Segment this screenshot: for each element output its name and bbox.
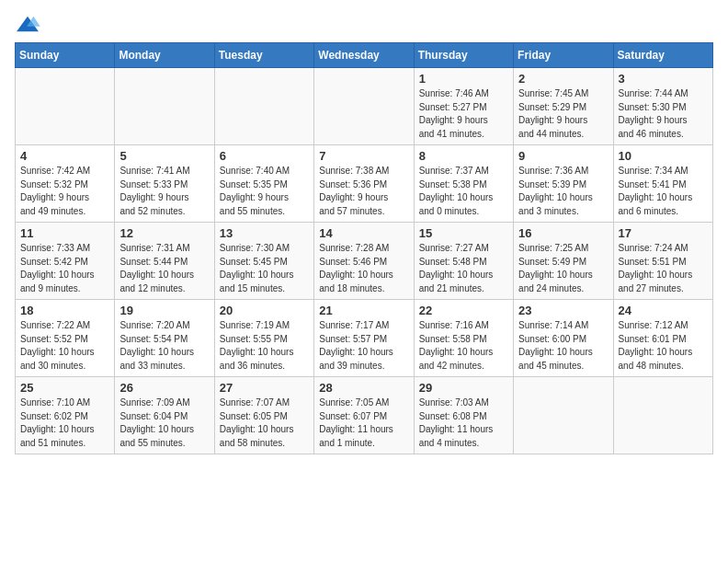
day-number: 6: [220, 149, 309, 163]
day-number: 15: [419, 226, 508, 240]
calendar-cell: 9Sunrise: 7:36 AM Sunset: 5:39 PM Daylig…: [514, 145, 613, 223]
weekday-header: Monday: [115, 43, 214, 68]
weekday-header: Friday: [514, 43, 613, 68]
day-info: Sunrise: 7:44 AM Sunset: 5:30 PM Dayligh…: [619, 87, 708, 141]
calendar-cell: 18Sunrise: 7:22 AM Sunset: 5:52 PM Dayli…: [16, 300, 115, 377]
calendar-cell: 4Sunrise: 7:42 AM Sunset: 5:32 PM Daylig…: [16, 145, 115, 223]
calendar-cell: [514, 377, 613, 454]
day-info: Sunrise: 7:36 AM Sunset: 5:39 PM Dayligh…: [518, 165, 608, 218]
day-number: 13: [220, 226, 309, 240]
calendar-cell: 6Sunrise: 7:40 AM Sunset: 5:35 PM Daylig…: [214, 145, 313, 223]
calendar-week-row: 25Sunrise: 7:10 AM Sunset: 6:02 PM Dayli…: [16, 377, 713, 454]
calendar-cell: 5Sunrise: 7:41 AM Sunset: 5:33 PM Daylig…: [115, 145, 214, 223]
calendar-table: SundayMondayTuesdayWednesdayThursdayFrid…: [15, 42, 713, 454]
day-info: Sunrise: 7:22 AM Sunset: 5:52 PM Dayligh…: [20, 319, 109, 373]
calendar-cell: 25Sunrise: 7:10 AM Sunset: 6:02 PM Dayli…: [16, 377, 115, 454]
day-number: 3: [619, 72, 708, 86]
day-number: 26: [119, 381, 209, 395]
day-info: Sunrise: 7:24 AM Sunset: 5:51 PM Dayligh…: [619, 242, 708, 295]
day-number: 16: [518, 226, 608, 240]
calendar-cell: 27Sunrise: 7:07 AM Sunset: 6:05 PM Dayli…: [214, 377, 313, 454]
calendar-cell: 23Sunrise: 7:14 AM Sunset: 6:00 PM Dayli…: [514, 300, 613, 377]
calendar-cell: 17Sunrise: 7:24 AM Sunset: 5:51 PM Dayli…: [613, 223, 712, 300]
day-info: Sunrise: 7:03 AM Sunset: 6:08 PM Dayligh…: [419, 396, 508, 450]
calendar-cell: 20Sunrise: 7:19 AM Sunset: 5:55 PM Dayli…: [214, 300, 313, 377]
day-info: Sunrise: 7:46 AM Sunset: 5:27 PM Dayligh…: [419, 87, 508, 141]
calendar-cell: [214, 68, 313, 145]
day-number: 17: [619, 226, 708, 240]
day-number: 21: [319, 304, 408, 317]
day-number: 29: [419, 381, 508, 395]
weekday-header: Wednesday: [314, 43, 414, 68]
calendar-cell: [16, 68, 115, 145]
day-info: Sunrise: 7:37 AM Sunset: 5:38 PM Dayligh…: [419, 165, 508, 218]
day-info: Sunrise: 7:12 AM Sunset: 6:01 PM Dayligh…: [619, 319, 708, 373]
calendar-week-row: 11Sunrise: 7:33 AM Sunset: 5:42 PM Dayli…: [16, 223, 713, 300]
day-info: Sunrise: 7:28 AM Sunset: 5:46 PM Dayligh…: [319, 242, 408, 295]
day-number: 18: [20, 304, 109, 317]
day-info: Sunrise: 7:09 AM Sunset: 6:04 PM Dayligh…: [119, 396, 209, 450]
calendar-cell: [115, 68, 214, 145]
calendar-cell: 2Sunrise: 7:45 AM Sunset: 5:29 PM Daylig…: [514, 68, 613, 145]
calendar-cell: 26Sunrise: 7:09 AM Sunset: 6:04 PM Dayli…: [115, 377, 214, 454]
calendar-cell: 13Sunrise: 7:30 AM Sunset: 5:45 PM Dayli…: [214, 223, 313, 300]
day-number: 12: [119, 226, 209, 240]
day-info: Sunrise: 7:40 AM Sunset: 5:35 PM Dayligh…: [220, 165, 309, 218]
calendar-cell: 11Sunrise: 7:33 AM Sunset: 5:42 PM Dayli…: [16, 223, 115, 300]
day-info: Sunrise: 7:38 AM Sunset: 5:36 PM Dayligh…: [319, 165, 408, 218]
day-info: Sunrise: 7:19 AM Sunset: 5:55 PM Dayligh…: [220, 319, 309, 373]
calendar-cell: 24Sunrise: 7:12 AM Sunset: 6:01 PM Dayli…: [613, 300, 712, 377]
day-number: 23: [518, 304, 608, 317]
calendar-cell: 29Sunrise: 7:03 AM Sunset: 6:08 PM Dayli…: [414, 377, 513, 454]
calendar-header-row: SundayMondayTuesdayWednesdayThursdayFrid…: [16, 43, 713, 68]
day-info: Sunrise: 7:41 AM Sunset: 5:33 PM Dayligh…: [119, 165, 209, 218]
day-number: 2: [518, 72, 608, 86]
day-info: Sunrise: 7:45 AM Sunset: 5:29 PM Dayligh…: [518, 87, 608, 141]
calendar-cell: 21Sunrise: 7:17 AM Sunset: 5:57 PM Dayli…: [314, 300, 414, 377]
calendar-cell: [613, 377, 712, 454]
calendar-cell: 1Sunrise: 7:46 AM Sunset: 5:27 PM Daylig…: [414, 68, 513, 145]
calendar-cell: 8Sunrise: 7:37 AM Sunset: 5:38 PM Daylig…: [414, 145, 513, 223]
logo-icon: [15, 15, 40, 35]
calendar-week-row: 18Sunrise: 7:22 AM Sunset: 5:52 PM Dayli…: [16, 300, 713, 377]
day-number: 19: [119, 304, 209, 317]
day-number: 4: [20, 149, 109, 163]
day-info: Sunrise: 7:42 AM Sunset: 5:32 PM Dayligh…: [20, 165, 109, 218]
calendar-cell: 10Sunrise: 7:34 AM Sunset: 5:41 PM Dayli…: [613, 145, 712, 223]
day-info: Sunrise: 7:17 AM Sunset: 5:57 PM Dayligh…: [319, 319, 408, 373]
calendar-week-row: 4Sunrise: 7:42 AM Sunset: 5:32 PM Daylig…: [16, 145, 713, 223]
weekday-header: Thursday: [414, 43, 513, 68]
day-number: 10: [619, 149, 708, 163]
day-number: 20: [220, 304, 309, 317]
day-info: Sunrise: 7:14 AM Sunset: 6:00 PM Dayligh…: [518, 319, 608, 373]
day-number: 28: [319, 381, 408, 395]
weekday-header: Tuesday: [214, 43, 313, 68]
day-info: Sunrise: 7:20 AM Sunset: 5:54 PM Dayligh…: [119, 319, 209, 373]
day-number: 24: [619, 304, 708, 317]
day-number: 1: [419, 72, 508, 86]
calendar-cell: 15Sunrise: 7:27 AM Sunset: 5:48 PM Dayli…: [414, 223, 513, 300]
calendar-cell: 22Sunrise: 7:16 AM Sunset: 5:58 PM Dayli…: [414, 300, 513, 377]
day-number: 7: [319, 149, 408, 163]
calendar-cell: [314, 68, 414, 145]
day-number: 11: [20, 226, 109, 240]
day-info: Sunrise: 7:07 AM Sunset: 6:05 PM Dayligh…: [220, 396, 309, 450]
day-number: 14: [319, 226, 408, 240]
logo: [15, 15, 44, 35]
calendar-cell: 19Sunrise: 7:20 AM Sunset: 5:54 PM Dayli…: [115, 300, 214, 377]
day-number: 27: [220, 381, 309, 395]
day-info: Sunrise: 7:27 AM Sunset: 5:48 PM Dayligh…: [419, 242, 508, 295]
day-number: 9: [518, 149, 608, 163]
calendar-cell: 7Sunrise: 7:38 AM Sunset: 5:36 PM Daylig…: [314, 145, 414, 223]
calendar-week-row: 1Sunrise: 7:46 AM Sunset: 5:27 PM Daylig…: [16, 68, 713, 145]
day-number: 25: [20, 381, 109, 395]
day-info: Sunrise: 7:31 AM Sunset: 5:44 PM Dayligh…: [119, 242, 209, 295]
day-info: Sunrise: 7:25 AM Sunset: 5:49 PM Dayligh…: [518, 242, 608, 295]
day-number: 8: [419, 149, 508, 163]
calendar-cell: 28Sunrise: 7:05 AM Sunset: 6:07 PM Dayli…: [314, 377, 414, 454]
day-info: Sunrise: 7:34 AM Sunset: 5:41 PM Dayligh…: [619, 165, 708, 218]
day-info: Sunrise: 7:33 AM Sunset: 5:42 PM Dayligh…: [20, 242, 109, 295]
day-info: Sunrise: 7:05 AM Sunset: 6:07 PM Dayligh…: [319, 396, 408, 450]
weekday-header: Sunday: [16, 43, 115, 68]
calendar-cell: 3Sunrise: 7:44 AM Sunset: 5:30 PM Daylig…: [613, 68, 712, 145]
